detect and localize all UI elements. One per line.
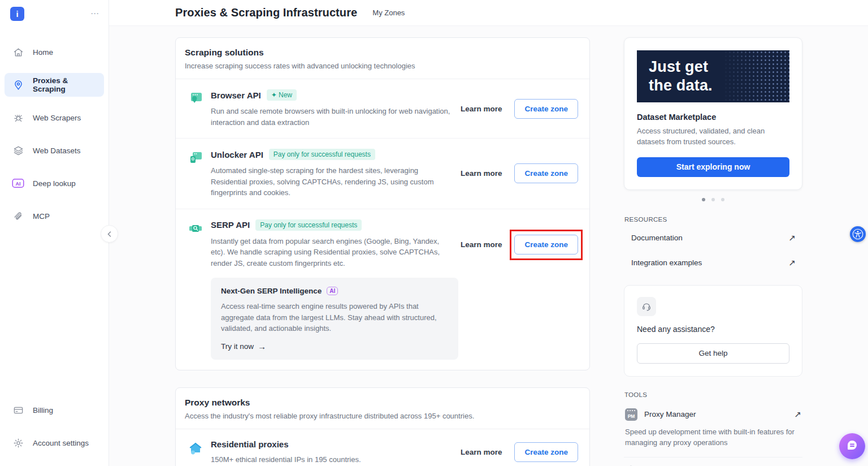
solution-title: Unlocker API [211,150,263,159]
create-zone-button-serp-api[interactable]: Create zone [514,235,578,254]
row-actions: Learn more Create zone [461,99,578,119]
proxy-manager-icon-text: PM [628,413,635,419]
sidebar-item-label: Home [33,48,53,57]
sidebar-item-web-datasets[interactable]: Web Datasets [5,139,104,162]
row-body: SERP API Pay only for successful request… [211,219,461,360]
carousel-dot-3[interactable] [721,198,724,201]
row-actions: Learn more Create zone [461,163,578,183]
tool-label[interactable]: Proxy Manager [644,410,787,418]
assistance-card: Need any assistance? Get help [624,285,802,377]
residential-proxies-icon [188,439,203,458]
start-exploring-button[interactable]: Start exploring now [637,157,789,177]
sidebar-header: i ⋯ [0,0,108,21]
sidebar-item-web-scrapers[interactable]: Web Scrapers [5,106,104,130]
pay-per-success-badge: Pay only for successful requests [269,149,375,160]
scraping-solutions-header: Scraping solutions Increase scraping suc… [176,38,589,79]
dataset-marketplace-card: Just get the data. Dataset Marketplace A… [624,37,802,190]
more-menu-icon[interactable]: ⋯ [90,9,99,18]
serp-api-icon [188,219,203,238]
solution-title: Residential proxies [211,439,289,449]
sidebar-item-label: Deep lookup [33,179,76,188]
location-pin-icon [12,80,24,90]
card-title: Proxy networks [185,398,580,408]
proxy-networks-header: Proxy networks Access the industry's mos… [176,388,589,429]
try-it-now-link[interactable]: Try it now → [221,342,266,351]
sidebar-item-mcp[interactable]: MCP [5,204,104,228]
accessibility-icon [852,228,863,240]
external-link-icon: ↗ [788,233,796,243]
create-zone-button-unlocker-api[interactable]: Create zone [514,163,578,183]
learn-more-link[interactable]: Learn more [461,169,502,178]
resources-heading: RESOURCES [624,216,802,223]
proxy-manager-icon: PM [625,408,637,421]
sidebar-item-home[interactable]: Home [5,40,104,64]
solution-description: Automated single-step scraping for the h… [211,165,450,199]
solution-description: Instantly get data from popular search e… [211,236,450,269]
sidebar-collapse-button[interactable] [101,225,118,243]
carousel-dot-2[interactable] [711,198,715,201]
card-subtitle: Access the industry's most reliable prox… [185,412,580,420]
just-get-the-data-banner: Just get the data. [637,50,789,102]
tool-description: Speed up development time with built-in … [625,426,801,448]
sidebar-item-deep-lookup[interactable]: AI Deep lookup [5,171,104,195]
get-help-button[interactable]: Get help [637,343,789,364]
browser-api-icon [188,89,203,108]
home-icon [12,47,24,58]
sidebar-item-proxies-scraping[interactable]: Proxies & Scraping [5,73,104,97]
sidebar-item-billing[interactable]: Billing [5,398,104,422]
resource-link-integration-examples[interactable]: Integration examples ↗ [624,251,802,275]
tools-heading: TOOLS [624,391,802,398]
svg-text:AI: AI [16,181,21,187]
tool-proxy-chrome-extension: Proxy Chrome Extension ↗ Instantly acces… [624,457,802,466]
sidebar-item-account-settings[interactable]: Account settings [5,431,104,455]
resource-link-label: Integration examples [631,258,702,267]
carousel-dots [624,198,802,201]
learn-more-link[interactable]: Learn more [461,105,502,113]
learn-more-link[interactable]: Learn more [461,240,502,249]
tab-my-zones[interactable]: My Zones [372,8,405,17]
sidebar-item-label: Account settings [33,439,89,447]
ai-badge-icon: AI [12,178,24,188]
new-badge: ✦ New [267,89,297,101]
create-zone-button-residential[interactable]: Create zone [514,442,578,462]
gear-icon [12,438,24,448]
row-body: Unlocker API Pay only for successful req… [211,149,461,199]
promo-card-description: Access structured, validated, and clean … [637,126,789,148]
sidebar-item-label: Proxies & Scraping [33,76,97,93]
pay-per-success-badge: Pay only for successful requests [255,219,362,231]
promo-title: Next-Gen SERP Intelligence [221,287,322,295]
chevron-left-icon [106,231,113,238]
resource-link-documentation[interactable]: Documentation ↗ [624,226,802,251]
brand-logo[interactable]: i [10,7,24,21]
brand-logo-letter: i [16,9,18,19]
solution-row-serp-api: SERP API Pay only for successful request… [176,209,589,370]
sidebar-nav: Home Proxies & Scraping Web Scrapers Web… [0,40,108,228]
sidebar: i ⋯ Home Proxies & Scraping Web Scrap [0,0,109,466]
credit-card-icon [12,405,24,416]
external-link-icon: ↗ [794,409,801,420]
resource-link-label: Documentation [631,234,683,242]
chat-widget-button[interactable] [839,433,865,459]
row-body: Browser API ✦ New Run and scale remote b… [211,89,461,128]
assistance-question: Need any assistance? [637,325,789,334]
headset-icon [637,297,656,316]
solution-title: Browser API [211,90,261,100]
accessibility-button[interactable] [850,226,866,242]
solution-title: SERP API [211,220,250,230]
solution-row-browser-api: Browser API ✦ New Run and scale remote b… [176,79,589,139]
learn-more-link[interactable]: Learn more [461,448,502,456]
right-rail: Just get the data. Dataset Marketplace A… [624,37,802,466]
create-zone-button-browser-api[interactable]: Create zone [514,99,578,119]
page-title: Proxies & Scraping Infrastructure [175,6,357,19]
promo-description: Access real-time search engine results p… [221,301,448,334]
mcp-icon [12,211,24,222]
try-it-now-label: Try it now [221,342,254,351]
card-title: Scraping solutions [185,48,580,58]
solution-row-residential-proxies: Residential proxies 150M+ ethical reside… [176,429,589,466]
solution-description: Run and scale remote browsers with built… [211,106,450,128]
tool-proxy-manager: PM Proxy Manager ↗ Speed up development … [624,401,802,457]
card-subtitle: Increase scraping success rates with adv… [185,62,580,70]
sidebar-item-label: Web Scrapers [33,114,81,122]
solution-row-unlocker-api: Unlocker API Pay only for successful req… [176,139,589,209]
carousel-dot-1[interactable] [702,198,705,201]
